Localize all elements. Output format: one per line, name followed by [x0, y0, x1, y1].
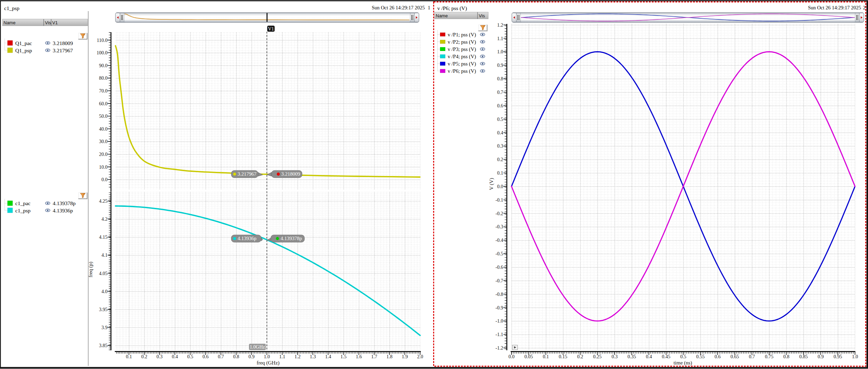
svg-text:v /P4; pss (V): v /P4; pss (V)	[448, 54, 476, 60]
svg-text:0.1: 0.1	[543, 354, 549, 359]
svg-text:110.0: 110.0	[97, 38, 108, 43]
svg-text:v /P2; pss (V): v /P2; pss (V)	[448, 39, 476, 45]
svg-text:0.35: 0.35	[627, 354, 636, 359]
svg-text:0.85: 0.85	[799, 354, 808, 359]
svg-text:0.6: 0.6	[203, 354, 209, 359]
svg-text:c1_psp: c1_psp	[4, 5, 19, 11]
svg-text:1.0: 1.0	[497, 49, 504, 54]
svg-text:Vis: Vis	[45, 20, 51, 25]
svg-text:V1: V1	[268, 26, 274, 32]
svg-text:90.0: 90.0	[99, 63, 108, 68]
svg-text:c1_pac: c1_pac	[15, 200, 31, 206]
svg-text:0.8: 0.8	[497, 76, 504, 81]
svg-text:30.0: 30.0	[99, 139, 108, 144]
svg-text:0.8: 0.8	[233, 354, 239, 359]
svg-text:time (ns): time (ns)	[673, 360, 692, 366]
svg-text:freq (p): freq (p)	[88, 262, 94, 277]
svg-text:-0.7: -0.7	[496, 278, 503, 283]
svg-text:40.0: 40.0	[99, 126, 108, 132]
svg-text:4.139378p: 4.139378p	[53, 200, 76, 206]
svg-text:0.5: 0.5	[187, 354, 194, 359]
svg-text:v /P6; pss (V): v /P6; pss (V)	[448, 68, 476, 74]
svg-text:0.5: 0.5	[497, 117, 504, 122]
svg-text:0.3: 0.3	[156, 354, 163, 359]
svg-text:Q1_psp: Q1_psp	[15, 47, 32, 53]
svg-text:-1.1: -1.1	[496, 332, 503, 337]
svg-text:0.3: 0.3	[497, 143, 504, 149]
svg-text:2: 2	[863, 5, 865, 10]
svg-text:c1_psp: c1_psp	[15, 208, 31, 213]
svg-text:0.45: 0.45	[662, 354, 670, 359]
svg-text:0.65: 0.65	[731, 354, 739, 359]
svg-text:4.0: 4.0	[102, 289, 108, 294]
svg-text:-0.3: -0.3	[496, 224, 503, 229]
svg-text:-1.2: -1.2	[496, 345, 503, 351]
svg-text:v /P1; pss (V): v /P1; pss (V)	[448, 32, 476, 38]
svg-text:-0.9: -0.9	[496, 305, 503, 310]
svg-text:0.1: 0.1	[126, 354, 132, 359]
svg-text:1.5: 1.5	[341, 354, 347, 359]
svg-text:0.2: 0.2	[577, 354, 583, 359]
svg-text:-0.5: -0.5	[496, 251, 503, 256]
svg-text:0.0: 0.0	[497, 184, 504, 189]
svg-text:1.3: 1.3	[310, 354, 316, 359]
svg-text:0.8: 0.8	[783, 354, 790, 359]
svg-text:v /P3; pss (V): v /P3; pss (V)	[448, 46, 476, 52]
svg-text:Sun Oct 26 14:29:17 2025: Sun Oct 26 14:29:17 2025	[372, 5, 425, 10]
svg-text:1.8: 1.8	[386, 354, 393, 359]
svg-text:-1.0: -1.0	[496, 318, 503, 324]
svg-text:4.05: 4.05	[99, 271, 108, 276]
svg-text:Sun Oct 26 14:29:17 2025: Sun Oct 26 14:29:17 2025	[808, 5, 861, 10]
svg-text:3.218009: 3.218009	[53, 40, 73, 46]
svg-text:1.9: 1.9	[402, 354, 408, 359]
svg-text:0.9: 0.9	[818, 354, 824, 359]
svg-text:50.0: 50.0	[99, 114, 108, 119]
svg-text:3.95: 3.95	[99, 307, 108, 312]
svg-text:4.1: 4.1	[102, 253, 108, 258]
svg-text:0.55: 0.55	[696, 354, 705, 359]
svg-text:Q1_pac: Q1_pac	[15, 40, 32, 46]
svg-text:1.6: 1.6	[356, 354, 362, 359]
svg-text:0.7: 0.7	[218, 354, 224, 359]
svg-text:V (V): V (V)	[489, 178, 495, 190]
svg-text:100.0: 100.0	[97, 50, 108, 55]
svg-text:0.4: 0.4	[497, 130, 504, 135]
svg-text:0.6: 0.6	[715, 354, 721, 359]
svg-text:0.9: 0.9	[497, 63, 504, 68]
svg-text:v /P5; pss (V): v /P5; pss (V)	[448, 61, 476, 67]
svg-text:3.85: 3.85	[99, 343, 108, 348]
svg-text:0.0: 0.0	[102, 177, 108, 182]
svg-text:-0.4: -0.4	[496, 238, 503, 243]
svg-text:70.0: 70.0	[99, 88, 108, 94]
svg-text:Name: Name	[3, 20, 16, 25]
svg-text:1: 1	[428, 5, 430, 10]
svg-text:1.0GHz: 1.0GHz	[250, 344, 265, 350]
svg-text:-0.1: -0.1	[496, 197, 503, 203]
svg-text:-0.2: -0.2	[496, 211, 503, 216]
svg-text:4.25: 4.25	[99, 199, 108, 204]
svg-text:0.2: 0.2	[497, 157, 504, 162]
svg-text:1.0: 1.0	[264, 354, 270, 359]
svg-text:0.75: 0.75	[765, 354, 774, 359]
svg-text:-0.6: -0.6	[496, 265, 503, 270]
svg-text:0.7: 0.7	[497, 90, 504, 95]
svg-text:1.2: 1.2	[294, 354, 301, 359]
svg-text:v /P6; pss (V): v /P6; pss (V)	[437, 5, 467, 11]
svg-text:0.1: 0.1	[497, 170, 504, 176]
svg-text:0.6: 0.6	[497, 103, 504, 108]
svg-text:0.25: 0.25	[593, 354, 602, 359]
svg-text:4.139378p: 4.139378p	[281, 236, 302, 241]
svg-text:1.1: 1.1	[497, 36, 504, 41]
svg-text:3.218009: 3.218009	[281, 171, 300, 177]
svg-text:0.2: 0.2	[141, 354, 147, 359]
svg-text:freq (GHz): freq (GHz)	[257, 360, 280, 366]
svg-text:V1: V1	[52, 20, 58, 25]
svg-text:4.15: 4.15	[99, 235, 108, 240]
svg-text:-0.8: -0.8	[496, 292, 503, 297]
svg-text:3.217967: 3.217967	[238, 171, 256, 177]
svg-text:4.13936p: 4.13936p	[53, 208, 73, 213]
svg-text:1.2: 1.2	[497, 23, 504, 28]
svg-text:20.0: 20.0	[99, 152, 108, 157]
svg-text:3.9: 3.9	[102, 325, 108, 330]
svg-text:1.0: 1.0	[852, 354, 858, 359]
